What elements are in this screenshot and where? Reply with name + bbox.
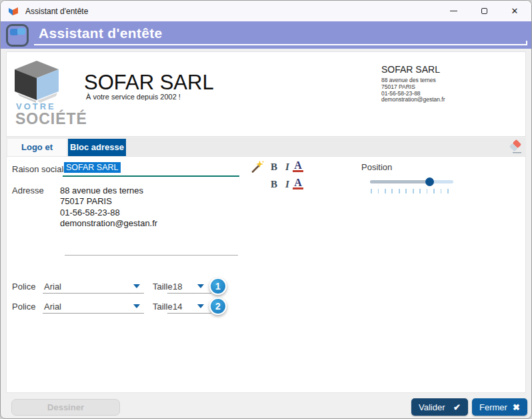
cross-icon: ✖ xyxy=(513,402,520,412)
font-color-button-1[interactable]: A xyxy=(293,160,303,172)
eraser-icon[interactable] xyxy=(507,139,523,155)
dessiner-label: Dessiner xyxy=(47,402,84,412)
taille-label-1: Taille xyxy=(153,282,173,292)
bold-button-1[interactable]: B xyxy=(268,161,280,173)
taille-underline-2 xyxy=(167,313,211,314)
dessiner-button[interactable]: Dessiner xyxy=(11,399,120,416)
slider-fill xyxy=(370,180,430,183)
slider-thumb[interactable] xyxy=(425,177,434,186)
valider-label: Valider xyxy=(419,402,445,412)
assistant-entete-dialog: Assistant d'entête ✕ Assistant d'entête … xyxy=(0,0,532,419)
taille-label-2: Taille xyxy=(153,302,173,312)
check-icon: ✔ xyxy=(453,402,461,412)
police-underline-2 xyxy=(43,313,144,314)
police-label-1: Police xyxy=(12,282,35,292)
header-band: Assistant d'entête xyxy=(1,21,531,49)
police-label-2: Police xyxy=(12,302,35,312)
italic-button-2[interactable]: I xyxy=(281,179,293,191)
preview-company-name: SOFAR SARL xyxy=(84,71,214,95)
bloc-adresse-panel: Raison sociale SOFAR SARL B I A B I A Po… xyxy=(6,156,526,393)
company-logo-cube xyxy=(13,60,60,103)
fermer-label: Fermer xyxy=(479,402,507,412)
header-underline xyxy=(34,44,527,45)
tab-bloc-adresse[interactable]: Bloc adresse xyxy=(68,139,126,156)
italic-button-1[interactable]: I xyxy=(281,161,293,173)
window-controls: ✕ xyxy=(438,1,530,21)
preview-address-lines: 88 avenue des ternes 75017 PARIS 01-56-5… xyxy=(381,77,445,103)
valider-button[interactable]: Valider ✔ xyxy=(411,398,468,416)
font-color-button-2[interactable]: A xyxy=(293,177,303,189)
titlebar: Assistant d'entête ✕ xyxy=(1,1,531,21)
taille-select-2[interactable]: 14 xyxy=(173,302,182,312)
raison-sociale-value: SOFAR SARL xyxy=(64,162,121,173)
taille-select-1[interactable]: 18 xyxy=(173,282,182,292)
logo-text-societe: SOCIÉTÉ xyxy=(15,110,87,128)
assistant-icon xyxy=(6,24,29,47)
position-label: Position xyxy=(361,162,392,172)
minimize-icon xyxy=(450,11,457,11)
tab-logo-et-slogan[interactable]: Logo et slogan xyxy=(7,139,67,156)
police-select-1[interactable]: Arial xyxy=(44,282,61,292)
minimize-button[interactable] xyxy=(438,1,469,21)
raison-sociale-label: Raison sociale xyxy=(12,164,69,174)
police-select-2[interactable]: Arial xyxy=(44,302,61,312)
magic-wand-icon[interactable] xyxy=(251,160,264,173)
fermer-button[interactable]: Fermer ✖ xyxy=(472,398,527,416)
slider-ticks xyxy=(371,189,455,193)
raison-sociale-underline xyxy=(63,175,239,177)
gestan-logo-icon xyxy=(7,5,19,17)
police-dropdown-arrow-2[interactable] xyxy=(133,304,140,308)
adresse-textarea[interactable]: 88 avenue des ternes 75017 PARIS 01-56-5… xyxy=(60,185,157,229)
preview-slogan: À votre service depuis 2002 ! xyxy=(86,93,181,101)
bold-button-2[interactable]: B xyxy=(268,179,280,191)
letterhead-preview: VOTRE SOCIÉTÉ SOFAR SARL À votre service… xyxy=(6,51,526,137)
adresse-underline xyxy=(65,255,238,256)
preview-address-name: SOFAR SARL xyxy=(381,64,440,75)
police-dropdown-arrow-1[interactable] xyxy=(133,284,140,288)
police-underline-1 xyxy=(43,293,144,294)
window-title: Assistant d'entête xyxy=(25,7,88,16)
taille-dropdown-arrow-1[interactable] xyxy=(197,284,204,288)
step-badge-1: 1 xyxy=(209,278,227,295)
adresse-label: Adresse xyxy=(12,185,44,195)
taille-underline-1 xyxy=(167,293,211,294)
step-badge-2: 2 xyxy=(209,298,227,315)
close-icon: ✕ xyxy=(511,7,519,15)
close-button[interactable]: ✕ xyxy=(499,1,530,21)
page-title: Assistant d'entête xyxy=(39,25,162,41)
maximize-button[interactable] xyxy=(469,1,499,21)
maximize-icon xyxy=(481,8,487,14)
tabstrip: Logo et slogan Bloc adresse xyxy=(6,137,526,156)
position-slider[interactable] xyxy=(370,177,453,186)
taille-dropdown-arrow-2[interactable] xyxy=(197,304,204,308)
